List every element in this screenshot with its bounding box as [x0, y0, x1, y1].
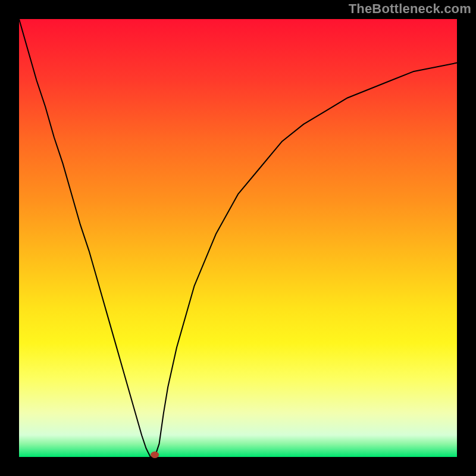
plot-area — [19, 19, 457, 457]
bottleneck-curve — [19, 19, 457, 457]
watermark-text: TheBottleneck.com — [349, 1, 471, 17]
chart-svg — [19, 19, 457, 457]
minimum-marker — [151, 452, 159, 458]
chart-frame: TheBottleneck.com — [0, 0, 476, 476]
